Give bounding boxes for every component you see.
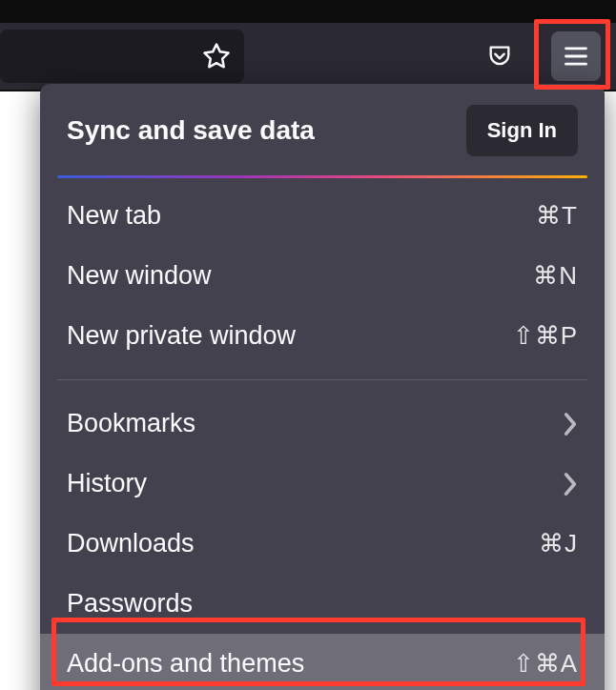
svg-marker-0 bbox=[205, 45, 229, 68]
menu-item-shortcut: ⌘T bbox=[536, 201, 578, 231]
pocket-icon[interactable] bbox=[475, 31, 524, 81]
menu-divider bbox=[57, 379, 587, 380]
menu-section-1: New tab ⌘T New window ⌘N New private win… bbox=[40, 178, 605, 374]
menu-item-new-private-window[interactable]: New private window ⇧⌘P bbox=[40, 306, 605, 366]
menu-item-bookmarks[interactable]: Bookmarks bbox=[40, 394, 605, 454]
menu-item-shortcut: ⇧⌘A bbox=[513, 649, 578, 679]
menu-item-shortcut: ⌘N bbox=[533, 261, 578, 291]
menu-item-label: History bbox=[67, 469, 147, 498]
menu-item-new-tab[interactable]: New tab ⌘T bbox=[40, 186, 605, 246]
sync-row: Sync and save data Sign In bbox=[40, 84, 605, 175]
menu-item-label: New window bbox=[67, 261, 212, 291]
menu-section-2: Bookmarks History Downloads ⌘J Passwords… bbox=[40, 386, 605, 690]
menu-item-passwords[interactable]: Passwords bbox=[40, 574, 605, 634]
menu-item-addons-themes[interactable]: Add-ons and themes ⇧⌘A bbox=[40, 634, 605, 690]
app-menu-dropdown: Sync and save data Sign In New tab ⌘T Ne… bbox=[40, 84, 605, 690]
menu-item-label: New private window bbox=[67, 321, 296, 351]
sync-title: Sync and save data bbox=[67, 115, 315, 146]
menu-item-label: Downloads bbox=[67, 529, 195, 558]
menu-item-label: New tab bbox=[67, 201, 161, 231]
tab-strip bbox=[0, 0, 616, 23]
menu-item-label: Add-ons and themes bbox=[67, 649, 304, 679]
menu-item-downloads[interactable]: Downloads ⌘J bbox=[40, 514, 605, 574]
chevron-right-icon bbox=[563, 412, 578, 436]
sign-in-button[interactable]: Sign In bbox=[466, 105, 578, 156]
chevron-right-icon bbox=[563, 472, 578, 497]
url-bar[interactable] bbox=[0, 30, 244, 83]
menu-item-shortcut: ⇧⌘P bbox=[513, 321, 578, 351]
menu-item-new-window[interactable]: New window ⌘N bbox=[40, 246, 605, 306]
app-menu-button[interactable] bbox=[551, 31, 601, 81]
menu-item-history[interactable]: History bbox=[40, 454, 605, 514]
menu-item-label: Passwords bbox=[67, 589, 193, 619]
navigation-toolbar bbox=[0, 23, 616, 91]
bookmark-star-icon[interactable] bbox=[202, 42, 231, 71]
menu-item-label: Bookmarks bbox=[67, 409, 195, 438]
menu-item-shortcut: ⌘J bbox=[539, 529, 578, 558]
